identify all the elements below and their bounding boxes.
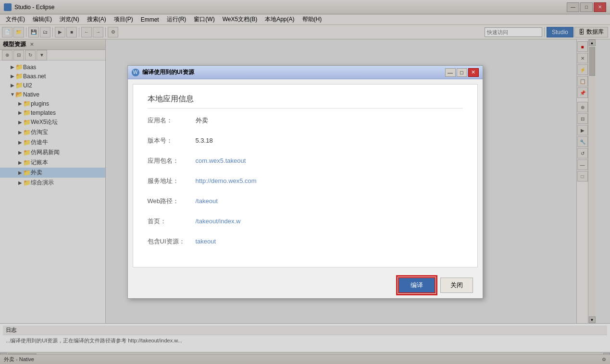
info-row-version: 版本号： 5.3.18 xyxy=(148,136,463,145)
info-table: 应用名： 外卖 版本号： 5.3.18 应用包名： com.wex5.takeo… xyxy=(148,116,463,246)
value-appname: 外卖 xyxy=(196,116,208,125)
label-serviceurl: 服务地址： xyxy=(148,177,196,185)
label-packagename: 应用包名： xyxy=(148,157,196,165)
value-packagename: com.wex5.takeout xyxy=(196,157,246,164)
compile-button[interactable]: 编译 xyxy=(398,277,436,293)
dialog-content: 本地应用信息 应用名： 外卖 版本号： 5.3.18 应用包名： com.wex… xyxy=(133,84,478,267)
value-webpath: /takeout xyxy=(196,197,218,205)
value-serviceurl: http://demo.wex5.com xyxy=(196,177,257,184)
dialog-section-title: 本地应用信息 xyxy=(148,94,463,109)
info-row-uiresource: 包含UI资源： takeout xyxy=(148,237,463,246)
info-row-serviceurl: 服务地址： http://demo.wex5.com xyxy=(148,177,463,185)
info-row-appname: 应用名： 外卖 xyxy=(148,116,463,125)
value-version: 5.3.18 xyxy=(196,137,213,144)
label-homepage: 首页： xyxy=(148,217,196,226)
info-row-packagename: 应用包名： com.wex5.takeout xyxy=(148,157,463,165)
info-row-homepage: 首页： /takeout/index.w xyxy=(148,217,463,226)
value-homepage: /takeout/index.w xyxy=(196,218,241,225)
dialog-controls: — □ ✕ xyxy=(445,68,479,77)
modal-overlay: W 编译使用到的UI资源 — □ ✕ 本地应用信息 应用名： 外卖 版本号： xyxy=(0,0,610,364)
info-row-webpath: Web路径： /takeout xyxy=(148,197,463,206)
label-appname: 应用名： xyxy=(148,116,196,125)
label-uiresource: 包含UI资源： xyxy=(148,237,196,246)
value-uiresource: takeout xyxy=(196,238,216,245)
compile-dialog: W 编译使用到的UI资源 — □ ✕ 本地应用信息 应用名： 外卖 版本号： xyxy=(127,65,483,299)
dialog-title: 编译使用到的UI资源 xyxy=(142,68,445,76)
dialog-maximize[interactable]: □ xyxy=(457,68,467,77)
dialog-titlebar: W 编译使用到的UI资源 — □ ✕ xyxy=(128,66,483,79)
label-version: 版本号： xyxy=(148,136,196,145)
dialog-minimize[interactable]: — xyxy=(445,68,456,77)
close-dialog-button[interactable]: 关闭 xyxy=(440,278,473,293)
label-webpath: Web路径： xyxy=(148,197,196,206)
dialog-footer: 编译 关闭 xyxy=(128,272,483,298)
dialog-close-btn[interactable]: ✕ xyxy=(468,68,479,77)
dialog-icon: W xyxy=(132,69,139,76)
